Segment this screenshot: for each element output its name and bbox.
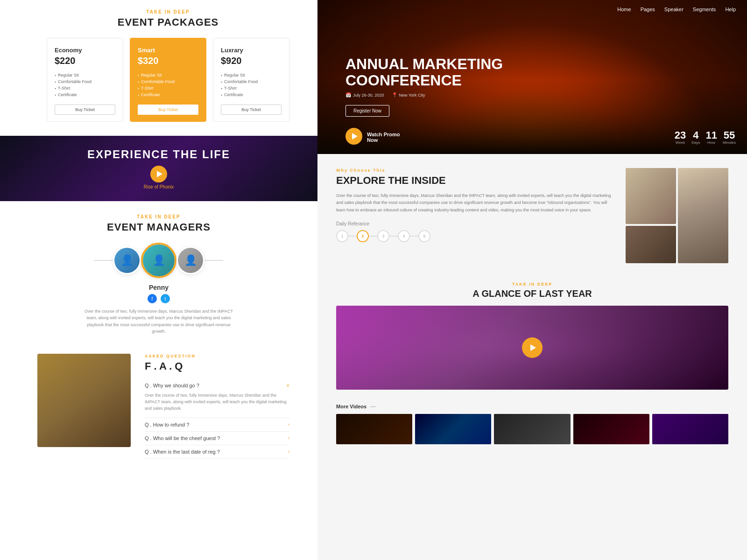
faq-tag: ASKED QUESTION xyxy=(145,354,289,358)
step-line-3 xyxy=(389,236,398,237)
hero-location-text: New York City xyxy=(399,93,425,98)
nav-help[interactable]: Help xyxy=(725,7,736,12)
explore-images xyxy=(626,168,728,263)
feature-item: T-Shirt xyxy=(55,85,115,91)
more-videos-section: More Videos xyxy=(317,399,747,449)
experience-subtitle: Rise of Phonix xyxy=(144,184,174,189)
nav-pages[interactable]: Pages xyxy=(641,7,655,12)
step-5[interactable]: 5 xyxy=(418,230,430,242)
glance-video[interactable] xyxy=(336,306,728,390)
right-panel: Home Pages Speaker Segments Help ANNUAL … xyxy=(317,0,747,560)
countdown-days: 4 Days xyxy=(691,130,700,145)
buy-ticket-smart[interactable]: Buy Ticket xyxy=(138,105,198,115)
avatar-placeholder-1: 👤 xyxy=(114,248,140,273)
faq-question-text-3: Q . When is the last date of reg ? xyxy=(145,449,220,455)
faq-question-1[interactable]: Q . How to refund ? › xyxy=(145,422,289,427)
step-4[interactable]: 4 xyxy=(398,230,410,242)
feature-item: Regular Sit xyxy=(221,72,282,78)
countdown-hours-label: Hour xyxy=(706,140,717,145)
feature-item: Regular Sit xyxy=(138,72,198,78)
faq-title: F . A . Q xyxy=(145,360,289,372)
buy-ticket-economy[interactable]: Buy Ticket xyxy=(55,105,115,115)
explore-description: Over the course of two, fully immersive … xyxy=(336,192,612,214)
faq-question-text-0: Q . Why we should go ? xyxy=(145,383,199,388)
manager-socials: f t xyxy=(28,294,289,303)
chevron-right-icon-2: › xyxy=(288,435,289,441)
countdown-week: 23 Week xyxy=(675,130,686,145)
glance-section: TAKE IN DEEP A GLANCE OF LAST YEAR xyxy=(317,273,747,399)
feature-item: T-Shirt xyxy=(221,85,282,91)
step-3[interactable]: 3 xyxy=(377,230,389,242)
tall-image xyxy=(678,168,728,263)
packages-section: TAKE IN DEEP EVENT PACKAGES Economy $220… xyxy=(0,0,317,136)
explore-title: EXPLORE THE INSIDE xyxy=(336,175,612,187)
location-icon: 📍 xyxy=(392,92,397,98)
register-button[interactable]: Register Now xyxy=(345,105,389,117)
avatar-manager-2: 👤 xyxy=(176,246,204,274)
nav-segments[interactable]: Segments xyxy=(693,7,716,12)
video-thumb-2[interactable] xyxy=(415,414,491,444)
countdown-hours: 11 Hour xyxy=(706,130,717,145)
package-economy: Economy $220 Regular Sit Comfortable Foo… xyxy=(47,38,123,122)
explore-img-tall xyxy=(678,168,728,263)
countdown-minutes: 55 Minutes xyxy=(723,130,736,145)
hero-date: 📅 July 26-30, 2020 xyxy=(345,92,384,98)
hero-section: Home Pages Speaker Segments Help ANNUAL … xyxy=(317,0,747,154)
managers-tag: TAKE IN DEEP xyxy=(28,214,289,219)
buy-ticket-luxrary[interactable]: Buy Ticket xyxy=(221,105,282,115)
twitter-icon[interactable]: t xyxy=(161,294,170,303)
managers-section: TAKE IN DEEP EVENT MANAGERS 👤 👤 👤 Penny … xyxy=(0,201,317,344)
faq-section: ASKED QUESTION F . A . Q Q . Why we shou… xyxy=(0,344,317,468)
hero-bottom: Watch PromoNow 23 Week 4 Days 11 Hour 55… xyxy=(345,128,736,147)
video-thumb-3[interactable] xyxy=(494,414,570,444)
glance-tag: TAKE IN DEEP xyxy=(336,282,728,287)
step-1[interactable]: 1 xyxy=(336,230,348,242)
hero-date-text: July 26-30, 2020 xyxy=(353,93,384,98)
manager-name: Penny xyxy=(28,284,289,291)
experience-title: EXPERIENCE THE LIFE xyxy=(87,148,230,161)
left-panel: TAKE IN DEEP EVENT PACKAGES Economy $220… xyxy=(0,0,317,560)
play-icon xyxy=(157,171,162,177)
faq-question-3[interactable]: Q . When is the last date of reg ? › xyxy=(145,449,289,455)
daily-ref-label: Daily Referance xyxy=(336,221,612,226)
glance-play-icon xyxy=(530,344,536,351)
avatar-manager-1: 👤 xyxy=(113,246,141,274)
step-line-1 xyxy=(348,236,357,237)
explore-img-office xyxy=(626,168,676,224)
watch-promo-play-icon[interactable] xyxy=(345,128,362,145)
experience-play-button[interactable] xyxy=(150,166,167,182)
watch-promo-button[interactable]: Watch PromoNow xyxy=(345,128,400,147)
explore-section: Why Choose This EXPLORE THE INSIDE Over … xyxy=(317,154,747,273)
countdown-minutes-num: 55 xyxy=(723,130,736,140)
chevron-right-icon: › xyxy=(288,422,289,427)
meeting-image xyxy=(626,226,676,263)
countdown-minutes-label: Minutes xyxy=(723,140,736,145)
faq-item-1: Q . How to refund ? › xyxy=(145,418,289,432)
avatar-manager-featured: 👤 xyxy=(141,243,176,278)
video-thumb-4[interactable] xyxy=(573,414,649,444)
nav-home[interactable]: Home xyxy=(617,7,631,12)
packages-tag: TAKE IN DEEP xyxy=(47,9,289,14)
faq-question-0[interactable]: Q . Why we should go ? ∨ xyxy=(145,383,289,388)
video-thumb-5[interactable] xyxy=(652,414,728,444)
package-luxrary-name: Luxrary xyxy=(221,47,282,54)
package-smart-features: Regular Sit Comfortable Food T-Shirt Cer… xyxy=(138,72,198,98)
manager-line-right xyxy=(204,260,223,261)
video-thumb-1[interactable] xyxy=(336,414,412,444)
step-line-4 xyxy=(410,236,418,237)
feature-item: Certificate xyxy=(221,91,282,98)
faq-question-2[interactable]: Q . Who will be the cheef guest ? › xyxy=(145,435,289,441)
glance-play-button[interactable] xyxy=(522,337,543,358)
step-2[interactable]: 2 xyxy=(357,230,369,242)
nav-speaker[interactable]: Speaker xyxy=(664,7,684,12)
feature-item: Regular Sit xyxy=(55,72,115,78)
avatar-placeholder-2: 👤 xyxy=(178,248,203,273)
faq-question-text-2: Q . Who will be the cheef guest ? xyxy=(145,435,220,441)
chevron-down-icon: ∨ xyxy=(286,383,289,388)
hero-location: 📍 New York City xyxy=(392,92,425,98)
hero-title: ANNUAL MARKETINGCOONFERENCE xyxy=(345,56,503,89)
facebook-icon[interactable]: f xyxy=(148,294,157,303)
packages-row: Economy $220 Regular Sit Comfortable Foo… xyxy=(47,38,289,122)
feature-item: Comfortable Food xyxy=(55,78,115,85)
explore-img-meeting xyxy=(626,226,676,263)
